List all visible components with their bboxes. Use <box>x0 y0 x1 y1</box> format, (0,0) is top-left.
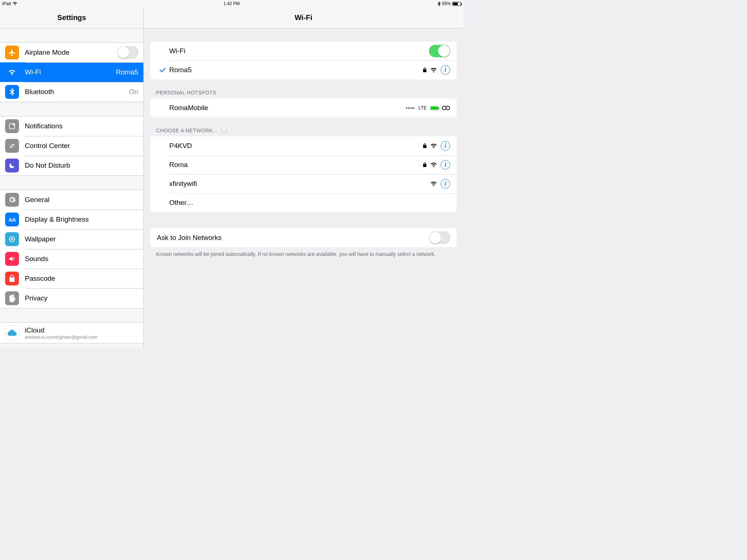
sidebar-title: Settings <box>57 13 86 22</box>
wifi-value: Roma5 <box>116 68 138 76</box>
network-other-row[interactable]: Other… <box>150 193 457 212</box>
bluetooth-icon <box>438 1 441 6</box>
svg-point-9 <box>446 106 450 110</box>
control-center-icon <box>5 139 19 153</box>
device-label: iPad <box>2 1 11 6</box>
sidebar-item-passcode[interactable]: Passcode <box>0 269 143 288</box>
sidebar-item-airplane[interactable]: Airplane Mode <box>0 43 143 62</box>
bluetooth-icon <box>5 85 19 99</box>
settings-sidebar: Settings Airplane Mode Wi-Fi Roma5 <box>0 7 144 347</box>
ask-to-join-footer: Known networks will be joined automatica… <box>150 247 457 258</box>
info-button[interactable]: i <box>441 160 450 170</box>
sidebar-item-control-center[interactable]: Control Center <box>0 136 143 156</box>
wallpaper-icon <box>5 232 19 246</box>
lock-icon <box>423 143 427 148</box>
hotspot-row[interactable]: RomaMobile ••••• LTE <box>150 98 457 117</box>
connected-network-row[interactable]: Roma5 i <box>150 61 457 79</box>
detail-title-bar: Wi-Fi <box>144 7 463 28</box>
airplane-icon <box>5 46 19 59</box>
sidebar-item-bluetooth[interactable]: Bluetooth On <box>0 82 143 102</box>
detail-title: Wi-Fi <box>295 13 313 22</box>
bluetooth-label: Bluetooth <box>25 88 129 96</box>
sidebar-item-icloud[interactable]: iCloud andrew.a.cunningham@gmail.com <box>0 323 143 343</box>
loading-spinner <box>221 128 227 133</box>
checkmark-icon <box>157 67 169 73</box>
svg-point-7 <box>11 238 13 240</box>
sidebar-title-bar: Settings <box>0 7 143 28</box>
wifi-icon <box>5 65 19 79</box>
airplane-label: Airplane Mode <box>25 48 117 57</box>
sidebar-item-wallpaper[interactable]: Wallpaper <box>0 229 143 249</box>
display-icon: AA <box>5 213 19 226</box>
wifi-toggle[interactable] <box>429 45 450 57</box>
ask-to-join-row: Ask to Join Networks <box>150 228 457 247</box>
wifi-detail: Wi-Fi Wi-Fi Roma5 <box>144 7 463 347</box>
svg-point-8 <box>442 106 446 110</box>
carrier-label: LTE <box>418 105 427 110</box>
wifi-icon <box>12 2 18 5</box>
battery-icon <box>452 2 461 6</box>
lock-icon <box>5 272 19 285</box>
hotspot-link-icon <box>442 105 450 110</box>
sidebar-item-privacy[interactable]: Privacy <box>0 288 143 308</box>
sidebar-item-general[interactable]: General <box>0 190 143 210</box>
info-button[interactable]: i <box>441 179 450 188</box>
wifi-signal-icon <box>430 162 437 167</box>
signal-dots: ••••• <box>406 106 415 110</box>
svg-point-5 <box>12 146 14 148</box>
gear-icon <box>5 193 19 207</box>
notifications-icon <box>5 119 19 133</box>
lock-icon <box>423 67 427 73</box>
hotspot-battery-icon <box>430 106 438 110</box>
wifi-signal-icon <box>430 181 437 186</box>
sidebar-item-notifications[interactable]: Notifications <box>0 116 143 136</box>
status-bar: iPad 1:42 PM 65% <box>0 0 463 7</box>
sidebar-item-wifi[interactable]: Wi-Fi Roma5 <box>0 62 143 82</box>
sidebar-item-display[interactable]: AA Display & Brightness <box>0 210 143 229</box>
info-button[interactable]: i <box>441 141 450 151</box>
sidebar-item-sounds[interactable]: Sounds <box>0 249 143 269</box>
sounds-icon <box>5 252 19 266</box>
clock: 1:42 PM <box>224 1 240 6</box>
icloud-icon <box>5 326 19 340</box>
network-row[interactable]: P4KVD i <box>150 136 457 155</box>
svg-point-4 <box>10 144 12 146</box>
info-button[interactable]: i <box>441 65 450 75</box>
battery-percent: 65% <box>442 1 451 6</box>
wifi-signal-icon <box>430 67 437 73</box>
wifi-signal-icon <box>430 143 437 148</box>
airplane-toggle[interactable] <box>117 46 138 59</box>
section-personal-hotspots: Personal Hotspots <box>150 79 457 98</box>
section-choose-network: Choose a Network… <box>150 117 457 136</box>
wifi-label: Wi-Fi <box>25 68 116 76</box>
network-row[interactable]: Roma i <box>150 155 457 174</box>
moon-icon <box>5 159 19 172</box>
hand-icon <box>5 291 19 305</box>
svg-point-1 <box>13 124 15 126</box>
ask-to-join-toggle[interactable] <box>429 232 450 244</box>
network-row[interactable]: xfinitywifi i <box>150 174 457 193</box>
lock-icon <box>423 162 427 167</box>
bluetooth-value: On <box>129 88 138 96</box>
sidebar-item-dnd[interactable]: Do Not Disturb <box>0 156 143 175</box>
wifi-toggle-row: Wi-Fi <box>150 42 457 61</box>
